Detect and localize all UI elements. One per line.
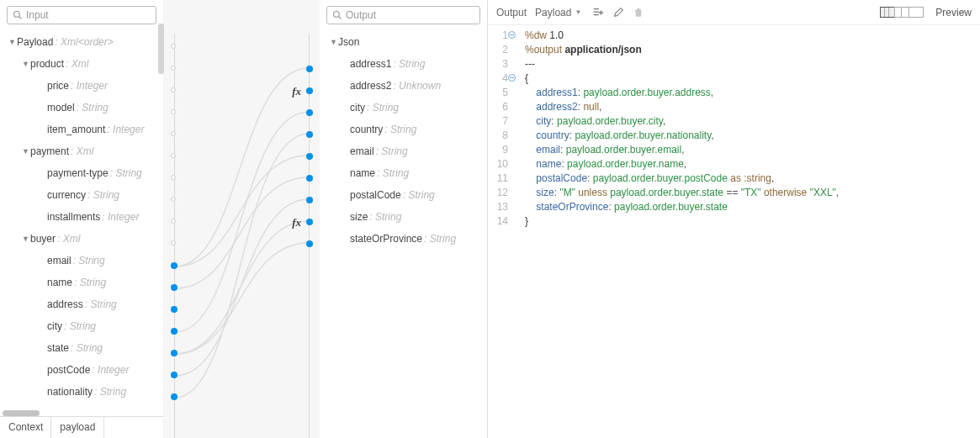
tree-label: email <box>350 145 374 157</box>
tree-row-stateOrProvince[interactable]: stateOrProvinceString <box>323 228 487 250</box>
tree-row-nationality[interactable]: nationalityString <box>3 381 163 403</box>
tree-row-postCode[interactable]: postCodeInteger <box>3 359 163 381</box>
preview-button[interactable]: Preview <box>935 7 972 18</box>
code-body[interactable]: %dw 1.0 %output application/json --- { a… <box>513 29 839 438</box>
mapping-rail-dot[interactable] <box>171 131 176 136</box>
tree-label: email <box>47 255 72 266</box>
mapping-source-dot[interactable] <box>171 328 177 335</box>
mapping-panel: fxfx <box>164 0 320 438</box>
tree-type: Unknown <box>393 80 441 92</box>
tree-label: city <box>47 320 62 332</box>
tree-type: String <box>377 167 409 179</box>
mapping-rail-dot[interactable] <box>171 153 176 158</box>
tree-row-address2[interactable]: address2Unknown <box>323 75 487 97</box>
tree-label: name <box>350 167 375 179</box>
tree-row-name[interactable]: nameString <box>3 272 163 293</box>
tree-row-email[interactable]: emailString <box>3 250 163 272</box>
tree-row-city[interactable]: cityString <box>323 97 487 119</box>
vertical-scrollbar[interactable] <box>158 24 164 74</box>
tab-context[interactable]: Context <box>0 417 51 438</box>
line-gutter: 1 23 4 5678 9101112 1314 <box>488 29 513 438</box>
mapping-target-dot[interactable] <box>306 197 313 203</box>
tree-root-json[interactable]: ▼ Json <box>323 31 487 53</box>
add-list-icon[interactable] <box>591 6 605 19</box>
fx-icon[interactable]: fx <box>292 216 301 230</box>
input-search[interactable] <box>7 6 156 24</box>
tree-label: city <box>350 102 365 113</box>
mapping-source-dot[interactable] <box>171 350 177 356</box>
fold-icon[interactable] <box>508 74 516 82</box>
output-tree: ▼ Json address1Stringaddress2Unknowncity… <box>320 29 487 250</box>
tree-row-name[interactable]: nameString <box>323 162 487 184</box>
mapping-target-dot[interactable] <box>306 175 313 182</box>
mapping-rail-dot[interactable] <box>171 197 176 202</box>
fx-icon[interactable]: fx <box>292 85 301 98</box>
tree-row-item_amount[interactable]: item_amountInteger <box>3 119 163 140</box>
tree-row-size[interactable]: sizeString <box>323 206 487 228</box>
tree-row-state[interactable]: stateString <box>3 337 163 359</box>
mapping-target-dot[interactable] <box>306 153 313 160</box>
output-search-field[interactable] <box>342 9 474 21</box>
tree-row-price[interactable]: priceInteger <box>3 75 163 97</box>
mapping-source-dot[interactable] <box>171 262 177 269</box>
tree-label: product <box>30 58 64 70</box>
mapping-target-dot[interactable] <box>306 109 313 116</box>
tree-type: Integer <box>71 80 108 92</box>
svg-point-0 <box>14 12 20 18</box>
tree-row-address[interactable]: addressString <box>3 293 163 315</box>
mapping-source-dot[interactable] <box>171 372 177 378</box>
payload-dropdown[interactable]: Payload <box>535 7 571 18</box>
mapping-source-dot[interactable] <box>171 393 177 400</box>
tree-type: Xml <box>71 145 93 157</box>
tree-row-email[interactable]: emailString <box>323 140 487 162</box>
tree-root-payload[interactable]: ▼ Payload Xml<order> <box>3 31 163 53</box>
code-editor[interactable]: 1 23 4 5678 9101112 1314 %dw 1.0 %output… <box>488 25 980 438</box>
code-header: Output Payload ▼ Preview <box>488 0 980 25</box>
code-panel: Output Payload ▼ Preview 1 23 4 5678 910… <box>487 0 980 438</box>
tree-row-buyer[interactable]: ▼buyerXml <box>3 228 163 250</box>
horizontal-scrollbar[interactable] <box>3 410 40 416</box>
tree-type: String <box>393 58 425 70</box>
tree-row-currency[interactable]: currencyString <box>3 184 163 206</box>
tree-row-address1[interactable]: address1String <box>323 53 487 75</box>
search-icon <box>332 10 342 20</box>
mapping-target-dot[interactable] <box>306 87 313 94</box>
input-search-field[interactable] <box>23 9 152 21</box>
layout-3col-icon[interactable] <box>880 7 895 18</box>
mapping-rail-dot[interactable] <box>171 66 176 71</box>
mapping-rail-dot[interactable] <box>171 109 176 114</box>
trash-icon[interactable] <box>632 6 645 19</box>
mapping-rail-dot[interactable] <box>171 240 176 245</box>
tree-type: Xml<order> <box>55 36 113 48</box>
tree-row-payment[interactable]: ▼paymentXml <box>3 140 163 162</box>
tree-row-model[interactable]: modelString <box>3 97 163 119</box>
mapping-target-dot[interactable] <box>306 240 313 247</box>
tree-type: String <box>71 342 103 354</box>
layout-1col-icon[interactable] <box>908 7 924 18</box>
mapping-target-dot[interactable] <box>306 219 313 225</box>
output-search[interactable] <box>326 6 480 24</box>
tree-row-product[interactable]: ▼productXml <box>3 53 163 75</box>
layout-2col-icon[interactable] <box>894 7 909 18</box>
tree-row-installments[interactable]: installmentsInteger <box>3 206 163 228</box>
tree-row-country[interactable]: countryString <box>323 119 487 140</box>
svg-point-2 <box>334 12 340 18</box>
mapping-rail-dot[interactable] <box>171 87 176 92</box>
fold-icon[interactable] <box>508 31 516 39</box>
output-label: Output <box>496 7 527 18</box>
mapping-rail-dot[interactable] <box>171 175 176 180</box>
tree-row-payment-type[interactable]: payment-typeString <box>3 162 163 184</box>
tree-row-postalCode[interactable]: postalCodeString <box>323 184 487 206</box>
mapping-rail-dot[interactable] <box>171 219 176 224</box>
mapping-rail-dot[interactable] <box>171 44 176 49</box>
tree-label: Payload <box>17 36 53 48</box>
edit-icon[interactable] <box>612 6 625 19</box>
mapping-source-dot[interactable] <box>171 306 177 313</box>
tree-row-city[interactable]: cityString <box>3 315 163 337</box>
mapping-target-dot[interactable] <box>306 66 313 72</box>
mapping-target-dot[interactable] <box>306 131 313 138</box>
tree-type: String <box>384 124 416 135</box>
mapping-source-dot[interactable] <box>171 284 177 291</box>
tab-payload[interactable]: payload <box>50 417 104 438</box>
tree-label: state <box>47 342 69 354</box>
